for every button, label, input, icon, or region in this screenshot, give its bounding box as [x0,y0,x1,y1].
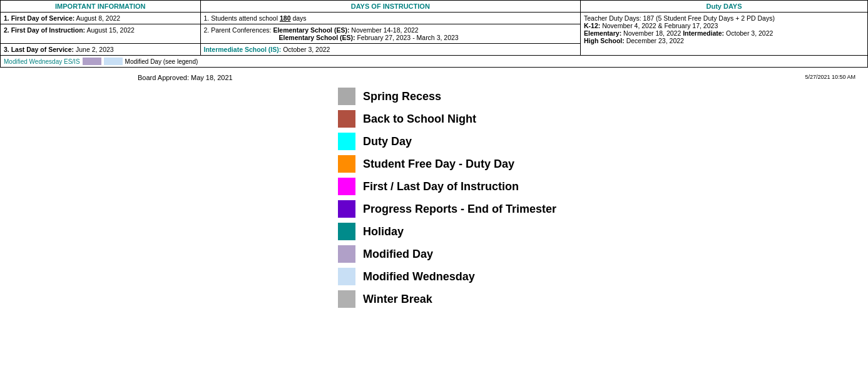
mod-purple-box [83,58,101,65]
row2-col2-es-label: Elementary School (ES): [273,26,351,34]
info-col3: Teacher Duty Days: 187 (5 Student Free D… [581,13,868,56]
board-approved: Board Approved: May 18, 2021 [138,74,868,81]
row2-col2-es-value: November 14-18, 2022 [351,26,418,34]
info-row1-col1: 1. First Day of Service: August 8, 2022 [1,13,201,24]
legend-label: Back to School Night [363,113,476,126]
col3-elem-value: November 18, 2022 [621,29,683,37]
row2-col2-label: 2. Parent Conferences: [204,26,273,34]
legend-color-box [338,110,355,128]
info-row2-col1: 2. First Day of Instruction: August 15, … [1,24,201,44]
row1-col2-end: days [290,14,306,22]
timestamp: 5/27/2021 10:50 AM [805,74,855,80]
row2-col2-es2-value: February 27, 2023 - March 3, 2023 [357,34,458,41]
col3-row2: K-12: November 4, 2022 & February 17, 20… [584,22,864,29]
legend-label: Student Free Day - Duty Day [363,158,514,171]
legend-label: Modified Wednesday [363,270,475,283]
col1-header: IMPORTANT INFORMATION [1,1,201,13]
legend-item: Holiday [338,223,868,240]
legend-label: Progress Reports - End of Trimester [363,203,556,216]
legend-label: First / Last Day of Instruction [363,180,519,193]
legend-item: Back to School Night [338,110,868,128]
info-row3-col1: 3. Last Day of Service: June 2, 2023 [1,44,201,56]
row1-col1-label: 1. First Day of Service: [4,14,74,22]
legend-label: Spring Recess [363,90,441,103]
row1-col2-text: 1. Students attend school [204,14,280,22]
row2-col2-es2-label: Elementary School (ES): [279,34,357,41]
legend-color-box [338,245,355,263]
legend-color-box [338,268,355,285]
legend-item: Modified Wednesday [338,268,868,285]
col3-elem-label: Elementary: [584,29,621,37]
legend-item: Progress Reports - End of Trimester [338,200,868,218]
page-wrapper: IMPORTANT INFORMATION DAYS OF INSTRUCTIO… [0,0,868,308]
legend-item: Modified Day [338,245,868,263]
legend-item: Duty Day [338,133,868,150]
row1-col2-bold: 180 [280,14,291,22]
modified-day-label: Modified Day (see legend) [125,58,198,65]
legend-item: Spring Recess [338,88,868,105]
col3-k12-label: K-12: [584,22,600,29]
row3-col1-label: 3. Last Day of Service: [4,46,74,53]
row3-col2-is-value: October 3, 2022 [283,46,330,53]
col3-int-label: Intermediate: [683,29,724,37]
legend-label: Winter Break [363,293,432,306]
legend-color-box [338,88,355,105]
legend-color-box [338,223,355,240]
col3-k12-value: November 4, 2022 & February 17, 2023 [600,22,718,29]
legend-color-box [338,155,355,173]
row3-col2-is-label: Intermediate School (IS): [204,46,283,53]
row1-col1-value: August 8, 2022 [74,14,120,22]
col3-int-value: October 3, 2022 [724,29,773,37]
col3-hs-label: High School: [584,37,625,44]
legend-item: Student Free Day - Duty Day [338,155,868,173]
legend-color-box [338,178,355,195]
row2-col1-label: 2. First Day of Instruction: [4,26,85,34]
legend-item: First / Last Day of Instruction [338,178,868,195]
info-row1-col2: 1. Students attend school 180 days [200,13,580,24]
col3-row3: Elementary: November 18, 2022 Intermedia… [584,29,864,37]
row3-col1-value: June 2, 2023 [74,46,114,53]
legend-label: Modified Day [363,248,433,261]
legend-item: Winter Break [338,290,868,308]
legend-color-box [338,200,355,218]
mod-light-box [104,58,123,65]
modified-day-content: Modified Wednesday ES/IS Modified Day (s… [4,58,864,65]
col3-hs-value: December 23, 2022 [625,37,684,44]
legend-color-box [338,133,355,150]
col3-row4: High School: December 23, 2022 [584,37,864,44]
modified-wednesday-label: Modified Wednesday ES/IS [4,58,80,65]
legend-color-box [338,290,355,308]
legend-area: Spring RecessBack to School NightDuty Da… [338,88,868,308]
col3-row1: Teacher Duty Days: 187 (5 Student Free D… [584,14,864,22]
col3-header: Duty DAYS [581,1,868,13]
modified-day-row: Modified Wednesday ES/IS Modified Day (s… [1,56,868,68]
info-table: IMPORTANT INFORMATION DAYS OF INSTRUCTIO… [0,0,868,68]
info-row2-col2: 2. Parent Conferences: Elementary School… [200,24,580,44]
col2-header: DAYS OF INSTRUCTION [200,1,580,13]
legend-label: Duty Day [363,135,412,148]
info-row3-col2: Intermediate School (IS): October 3, 202… [200,44,580,56]
legend-label: Holiday [363,225,404,238]
row2-col1-value: August 15, 2022 [85,26,135,34]
